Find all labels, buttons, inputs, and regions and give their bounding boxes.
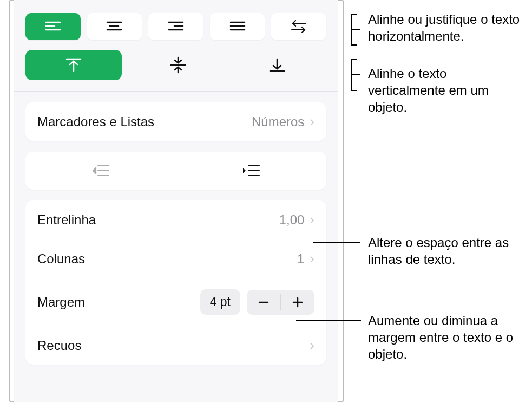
text-direction-button[interactable] <box>271 13 326 40</box>
plus-icon <box>292 296 304 308</box>
minus-icon <box>258 296 270 308</box>
indent-card <box>25 152 326 190</box>
margin-value: 4 pt <box>200 289 240 315</box>
align-left-icon <box>45 21 61 33</box>
line-height-label: Entrelinha <box>37 212 96 228</box>
valign-bottom-icon <box>269 57 285 73</box>
valign-middle-icon <box>170 56 186 74</box>
valign-top-icon <box>65 57 82 73</box>
columns-row[interactable]: Colunas 1 › <box>25 239 326 278</box>
valign-bottom-button[interactable] <box>227 50 326 80</box>
margin-increase-button[interactable] <box>281 290 314 315</box>
callout-halign: Alinhe ou justifique o texto horizontalm… <box>368 11 530 44</box>
indents-label: Recuos <box>37 338 81 353</box>
valign-middle-button[interactable] <box>128 50 227 80</box>
leader-linespacing <box>313 242 360 243</box>
align-right-button[interactable] <box>148 13 203 40</box>
line-height-value: 1,00 <box>279 212 305 228</box>
leader-margin <box>296 320 361 321</box>
align-left-button[interactable] <box>25 13 81 40</box>
bullets-value: Números <box>252 114 304 129</box>
margin-decrease-button[interactable] <box>247 290 280 315</box>
align-justify-icon <box>229 21 246 33</box>
bullets-card: Marcadores e Listas Números › <box>25 102 326 141</box>
line-height-row[interactable]: Entrelinha 1,00 › <box>25 200 326 239</box>
margin-label: Margem <box>37 295 85 310</box>
indent-button[interactable] <box>176 152 327 190</box>
columns-value: 1 <box>297 251 304 267</box>
indents-row[interactable]: Recuos › <box>25 326 326 365</box>
outdent-button[interactable] <box>25 152 176 190</box>
indent-icon <box>242 164 260 178</box>
text-direction-icon <box>290 20 308 33</box>
align-center-button[interactable] <box>87 13 142 40</box>
svg-marker-24 <box>93 168 96 173</box>
chevron-right-icon: › <box>310 337 314 354</box>
leader-halign <box>351 29 360 30</box>
horizontal-align-group <box>14 0 338 47</box>
valign-top-button[interactable] <box>25 50 122 80</box>
margin-row: Margem 4 pt <box>25 278 326 326</box>
align-center-icon <box>106 21 122 33</box>
callout-linespacing: Altere o espaço entre as linhas de texto… <box>368 234 525 268</box>
outdent-icon <box>91 164 110 178</box>
callout-margin: Aumente ou diminua a margem entre o text… <box>368 312 525 363</box>
format-panel: Marcadores e Listas Números › Entrelinha… <box>14 0 338 402</box>
columns-label: Colunas <box>37 251 85 267</box>
bullets-label: Marcadores e Listas <box>37 114 154 129</box>
leader-valign <box>351 74 360 75</box>
chevron-right-icon: › <box>310 250 314 267</box>
callout-valign: Alinhe o texto verticalmente em um objet… <box>368 65 520 116</box>
vertical-align-group <box>14 47 338 92</box>
chevron-right-icon: › <box>310 113 314 130</box>
bullets-row[interactable]: Marcadores e Listas Números › <box>25 102 326 141</box>
align-justify-button[interactable] <box>210 13 265 40</box>
chevron-right-icon: › <box>310 211 314 228</box>
margin-stepper <box>247 290 314 315</box>
svg-marker-28 <box>243 168 246 173</box>
align-right-icon <box>168 21 184 33</box>
spacing-card: Entrelinha 1,00 › Colunas 1 › Margem 4 p… <box>25 200 326 365</box>
